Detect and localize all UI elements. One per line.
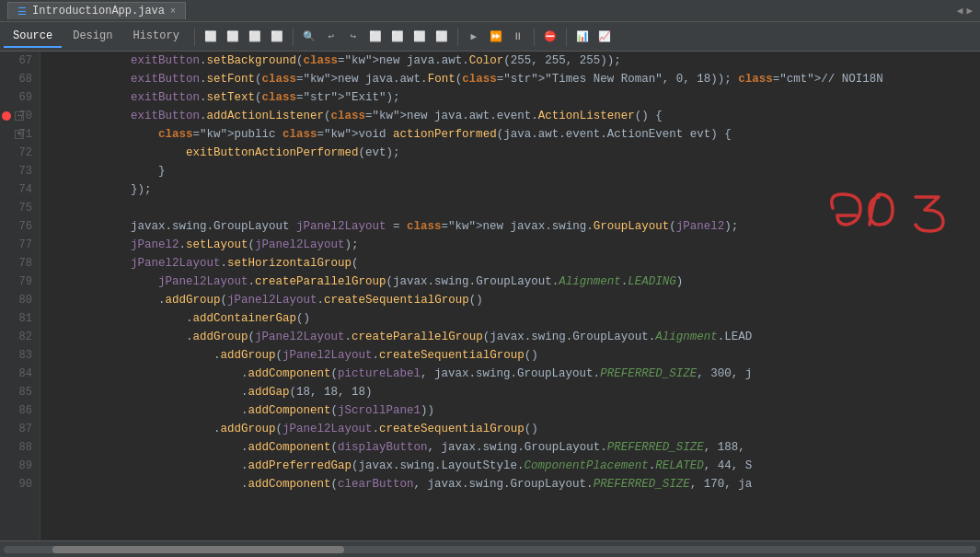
line-num-77: 77: [0, 236, 40, 254]
toolbar-btn-12[interactable]: ▶: [464, 27, 484, 47]
file-icon: ☰: [17, 6, 27, 17]
line-num-67: 67: [0, 52, 40, 70]
tab-design[interactable]: Design: [63, 26, 121, 48]
code-line-79[interactable]: jPanel2Layout.createParallelGroup(javax.…: [40, 273, 980, 291]
toolbar-btn-3[interactable]: ⬜: [245, 27, 265, 47]
line-num-76: 76: [0, 217, 40, 236]
code-line-70[interactable]: exitButton.addActionListener(class="kw">…: [40, 107, 980, 125]
code-line-76[interactable]: javax.swing.GroupLayout jPanel2Layout = …: [40, 217, 980, 236]
tab-history[interactable]: History: [123, 26, 188, 48]
line-number-text: 83: [19, 346, 32, 365]
line-number-text: 81: [19, 309, 32, 328]
line-num-88: 88: [0, 438, 40, 457]
code-line-83[interactable]: .addGroup(jPanel2Layout.createSequential…: [40, 346, 980, 365]
toolbar-btn-13[interactable]: ⏩: [486, 27, 506, 47]
line-number-text: 72: [19, 144, 32, 162]
line-number-text: 75: [19, 199, 32, 217]
line-number-text: 89: [19, 457, 32, 475]
toolbar-btn-5[interactable]: 🔍: [299, 27, 319, 47]
code-line-89[interactable]: .addPreferredGap(javax.swing.LayoutStyle…: [40, 457, 980, 475]
scrollbar-thumb[interactable]: [52, 546, 344, 553]
separator-4: [534, 28, 535, 46]
toolbar-btn-4[interactable]: ⬜: [267, 27, 287, 47]
fold-icon[interactable]: −: [15, 111, 24, 121]
toolbar-btn-2[interactable]: ⬜: [223, 27, 243, 47]
file-tab-label: IntroductionApp.java: [32, 5, 165, 17]
editor-area: 676869−70+717273747576777879808182838485…: [0, 52, 980, 540]
code-line-75[interactable]: [40, 199, 980, 217]
line-number-text: 88: [19, 438, 32, 457]
code-line-86[interactable]: .addComponent(jScrollPane1)): [40, 401, 980, 420]
code-line-74[interactable]: });: [40, 180, 980, 199]
code-line-85[interactable]: .addGap(18, 18, 18): [40, 383, 980, 401]
code-line-67[interactable]: exitButton.setBackground(class="kw">new …: [40, 52, 980, 70]
toolbar-btn-6[interactable]: ↩: [321, 27, 341, 47]
code-line-82[interactable]: .addGroup(jPanel2Layout.createParallelGr…: [40, 328, 980, 346]
line-number-text: 84: [19, 365, 32, 383]
code-line-80[interactable]: .addGroup(jPanel2Layout.createSequential…: [40, 291, 980, 309]
code-line-71[interactable]: class="kw">public class="kw">void action…: [40, 125, 980, 144]
separator-2: [293, 28, 294, 46]
line-num-84: 84: [0, 365, 40, 383]
code-line-69[interactable]: exitButton.setText(class="str">"Exit");: [40, 88, 980, 107]
separator-5: [566, 28, 567, 46]
tab-source[interactable]: Source: [4, 26, 62, 48]
line-num-79: 79: [0, 273, 40, 291]
line-numbers: 676869−70+717273747576777879808182838485…: [0, 52, 40, 540]
line-num-82: 82: [0, 328, 40, 346]
toolbar-btn-17[interactable]: 📈: [594, 27, 615, 47]
nav-right-icon[interactable]: ▶: [966, 5, 973, 17]
code-line-73[interactable]: }: [40, 162, 980, 180]
file-tab[interactable]: ☰ IntroductionApp.java ×: [7, 2, 186, 19]
toolbar-btn-16[interactable]: 📊: [572, 27, 593, 47]
toolbar: Source Design History ⬜ ⬜ ⬜ ⬜ 🔍 ↩ ↪ ⬜ ⬜ …: [0, 22, 980, 52]
line-num-89: 89: [0, 457, 40, 475]
code-line-87[interactable]: .addGroup(jPanel2Layout.createSequential…: [40, 420, 980, 438]
line-num-87: 87: [0, 420, 40, 438]
line-number-text: 86: [19, 401, 32, 420]
code-content[interactable]: exitButton.setBackground(class="kw">new …: [40, 52, 980, 540]
toolbar-btn-9[interactable]: ⬜: [387, 27, 408, 47]
toolbar-btn-15[interactable]: ⛔: [540, 27, 560, 47]
line-num-90: 90: [0, 475, 40, 493]
toolbar-btn-11[interactable]: ⬜: [432, 27, 452, 47]
toolbar-btn-14[interactable]: ⏸: [508, 27, 528, 47]
code-line-90[interactable]: .addComponent(clearButton, javax.swing.G…: [40, 475, 980, 493]
line-number-text: 73: [19, 162, 32, 180]
separator-1: [194, 28, 195, 46]
line-num-83: 83: [0, 346, 40, 365]
nav-left-icon[interactable]: ◀: [957, 5, 963, 17]
toolbar-btn-1[interactable]: ⬜: [201, 27, 221, 47]
line-number-text: 74: [19, 180, 32, 199]
code-line-72[interactable]: exitButtonActionPerformed(evt);: [40, 144, 980, 162]
line-num-85: 85: [0, 383, 40, 401]
toolbar-btn-8[interactable]: ⬜: [365, 27, 386, 47]
line-num-70: −70: [0, 107, 40, 125]
line-num-73: 73: [0, 162, 40, 180]
line-number-text: 76: [19, 217, 32, 236]
scrollbar-area[interactable]: [0, 540, 980, 557]
toolbar-btn-10[interactable]: ⬜: [409, 27, 430, 47]
line-num-78: 78: [0, 254, 40, 273]
toolbar-btn-7[interactable]: ↪: [343, 27, 363, 47]
code-line-88[interactable]: .addComponent(displayButton, javax.swing…: [40, 438, 980, 457]
code-line-84[interactable]: .addComponent(pictureLabel, javax.swing.…: [40, 365, 980, 383]
line-number-text: 80: [19, 291, 32, 309]
close-tab-button[interactable]: ×: [170, 6, 176, 17]
code-line-68[interactable]: exitButton.setFont(class="kw">new java.a…: [40, 70, 980, 88]
line-number-text: 78: [19, 254, 32, 273]
line-num-81: 81: [0, 309, 40, 328]
code-line-77[interactable]: jPanel2.setLayout(jPanel2Layout);: [40, 236, 980, 254]
line-number-text: 85: [19, 383, 32, 401]
line-number-text: 87: [19, 420, 32, 438]
line-num-68: 68: [0, 70, 40, 88]
line-number-text: 67: [19, 52, 32, 70]
line-number-text: 68: [19, 70, 32, 88]
line-num-75: 75: [0, 199, 40, 217]
code-line-81[interactable]: .addContainerGap(): [40, 309, 980, 328]
scrollbar-track[interactable]: [4, 546, 976, 553]
line-num-86: 86: [0, 401, 40, 420]
fold-icon[interactable]: +: [15, 130, 24, 139]
code-line-78[interactable]: jPanel2Layout.setHorizontalGroup(: [40, 254, 980, 273]
line-number-text: 77: [19, 236, 32, 254]
